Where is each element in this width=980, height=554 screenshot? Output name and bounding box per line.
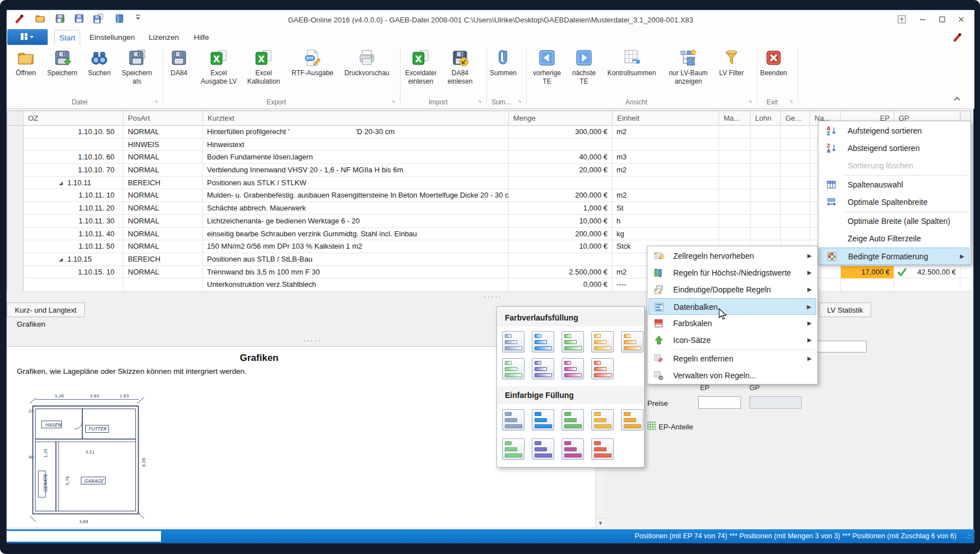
cell-lohn[interactable] xyxy=(751,228,781,241)
gradient-databar-swatch[interactable] xyxy=(591,358,614,379)
horizontal-splitter[interactable]: ····· xyxy=(484,294,502,299)
column-header-oz[interactable]: OZ xyxy=(24,111,123,126)
cell-lohn[interactable] xyxy=(751,177,781,190)
submenu-item-icon-sätze[interactable]: Icon-Sätze▶ xyxy=(648,332,816,349)
grid-row[interactable]: Unterkonstruktion verz.Stahlblech0,000 €… xyxy=(7,278,972,291)
cell-einheit[interactable] xyxy=(613,177,719,190)
cell-menge[interactable]: 1,000 € xyxy=(509,202,613,215)
cell-kurztext[interactable]: Unterkonstruktion verz.Stahlblech xyxy=(203,278,509,291)
cell-ma[interactable] xyxy=(719,151,751,164)
cell-einheit[interactable]: h xyxy=(613,215,719,228)
solid-databar-swatch[interactable] xyxy=(532,438,554,460)
gradient-databar-swatch[interactable] xyxy=(502,331,524,352)
cell-menge[interactable] xyxy=(509,177,613,190)
gradient-databar-swatch[interactable] xyxy=(621,331,643,352)
cell-ma[interactable] xyxy=(719,228,751,241)
cell-kurztext[interactable]: einseitig bearbe Schrauben verzink Gummi… xyxy=(203,228,509,241)
menu-item-zeige-auto-filterzeile[interactable]: Zeige Auto Filterzeile xyxy=(820,230,969,248)
submenu-item-farbskalen[interactable]: Farbskalen▶ xyxy=(648,315,816,332)
save-export-icon[interactable] xyxy=(55,13,66,25)
cell-posart[interactable]: NORMAL xyxy=(123,202,203,215)
menu-item-bedingte-formatierung[interactable]: Bedingte Formatierung▶ xyxy=(820,248,969,265)
cell-kurztext[interactable]: Trennwand bis 3,5 m 100 mm F 30 xyxy=(203,266,509,279)
cell-ge[interactable] xyxy=(781,126,810,139)
solid-databar-swatch[interactable] xyxy=(502,438,524,460)
ribbon-options-icon[interactable] xyxy=(894,15,909,26)
cell-posart[interactable]: NORMAL xyxy=(123,126,203,139)
cell-einheit[interactable] xyxy=(613,139,719,152)
cell-oz[interactable] xyxy=(24,278,123,291)
cell-kurztext[interactable]: Positionen aus STLB / StLB-Bau xyxy=(203,253,509,266)
ribbon-button-druckvorschau[interactable]: Druckvorschau xyxy=(336,47,398,106)
cell-ge[interactable] xyxy=(781,202,810,215)
submenu-item-regeln-entfernen[interactable]: Regeln entfernen▶ xyxy=(648,350,816,367)
column-header-posart[interactable]: PosArt xyxy=(123,111,203,126)
cell-kurztext[interactable]: Hinterfüllen profilgerecht ''D 20-30 cm xyxy=(203,126,509,139)
column-header-ma[interactable]: Ma... xyxy=(719,111,751,126)
cell-oz[interactable]: 1.10.11. 10 xyxy=(24,189,123,202)
cell-ge[interactable] xyxy=(781,139,810,152)
solid-databar-swatch[interactable] xyxy=(591,438,614,460)
gradient-databar-swatch[interactable] xyxy=(532,358,554,379)
column-header-einheit[interactable]: Einheit xyxy=(613,111,719,126)
cell-ma[interactable] xyxy=(719,215,751,228)
solid-databar-swatch[interactable] xyxy=(591,409,614,431)
menu-item-aufsteigend-sortieren[interactable]: AZAufsteigend sortieren xyxy=(820,122,969,140)
cell-ge[interactable] xyxy=(781,228,810,241)
column-header-lohn[interactable]: Lohn xyxy=(751,111,781,126)
close-icon[interactable] xyxy=(954,15,968,26)
cell-einheit[interactable]: m2 xyxy=(613,126,719,139)
cell-kurztext[interactable]: Schächte abbrech. Mauerwerk xyxy=(203,202,509,215)
status-input[interactable] xyxy=(7,531,161,542)
cell-gp[interactable]: 42.500,00 € xyxy=(894,266,960,279)
maximize-icon[interactable] xyxy=(935,15,949,26)
cell-menge[interactable]: 200,000 € xyxy=(509,228,613,241)
cell-menge[interactable]: 2.500,000 € xyxy=(509,266,613,279)
cell-einheit[interactable]: m3 xyxy=(613,151,719,164)
cell-lohn[interactable] xyxy=(751,202,781,215)
cell-ep[interactable]: 17,000 € xyxy=(841,266,894,279)
cell-ge[interactable] xyxy=(781,164,810,177)
cell-menge[interactable] xyxy=(509,253,613,266)
cell-posart[interactable] xyxy=(123,278,203,291)
cell-oz[interactable]: 1.10.11. 30 xyxy=(24,215,123,228)
cell-ma[interactable] xyxy=(719,177,751,190)
solid-databar-swatch[interactable] xyxy=(621,409,643,431)
cell-lohn[interactable] xyxy=(751,164,781,177)
collapse-ribbon-icon[interactable] xyxy=(955,98,959,102)
cell-posart[interactable]: HINWEIS xyxy=(123,139,203,152)
menu-item-absteigend-sortieren[interactable]: ZAAbsteigend sortieren xyxy=(820,140,969,157)
tab-kurz-und-langtext[interactable]: Kurz- und Langtext xyxy=(7,303,85,317)
application-menu-button[interactable] xyxy=(7,29,48,45)
cell-einheit[interactable]: kg xyxy=(613,228,719,241)
cell-menge[interactable] xyxy=(509,139,613,152)
tab-lizenzen[interactable]: Lizenzen xyxy=(144,30,183,45)
cell-ma[interactable] xyxy=(719,126,751,139)
tab-einstellungen[interactable]: Einstellungen xyxy=(81,30,144,45)
column-header-kurztext[interactable]: Kurztext xyxy=(203,111,509,126)
open-folder-icon[interactable] xyxy=(35,13,46,25)
qat-dropdown-icon[interactable] xyxy=(135,13,146,25)
cell-kurztext[interactable]: Positionen aus STLK / STLKW xyxy=(203,177,509,190)
cell-lohn[interactable] xyxy=(751,189,781,202)
submenu-item-datenbalken[interactable]: Datenbalken▶ xyxy=(648,298,816,315)
ribbon-button-kontrollsummen[interactable]: Kontrollsummen xyxy=(601,47,662,106)
cell-menge[interactable]: 10,000 € xyxy=(509,215,613,228)
gradient-databar-swatch[interactable] xyxy=(562,331,584,352)
cell-posart[interactable]: BEREICH xyxy=(123,253,203,266)
save-icon[interactable] xyxy=(74,13,85,25)
resize-grip[interactable]: .:: xyxy=(966,533,971,539)
cell-oz[interactable]: 1.10.11. 50 xyxy=(24,240,123,253)
cell-oz[interactable]: 1.10.10. 50 xyxy=(24,126,123,139)
cell-einheit[interactable]: m2 xyxy=(613,189,719,202)
submenu-item-zellregeln-hervorheben[interactable]: Zellregeln hervorheben▶ xyxy=(648,248,816,264)
cell-posart[interactable]: NORMAL xyxy=(123,266,203,279)
cell-ep[interactable] xyxy=(841,278,894,291)
cell-ma[interactable] xyxy=(719,139,751,152)
cell-posart[interactable]: NORMAL xyxy=(123,151,203,164)
cell-menge[interactable]: 300,000 € xyxy=(509,126,613,139)
scrollbar-down-icon[interactable]: ▼ xyxy=(596,518,605,528)
cell-oz[interactable]: 1.10.11. 20 xyxy=(24,202,123,215)
cell-oz[interactable]: 1.10.10. 70 xyxy=(24,164,123,177)
cell-kurztext[interactable]: Lichtzeichenanla- ge bedienen Werktage 6… xyxy=(203,215,509,228)
